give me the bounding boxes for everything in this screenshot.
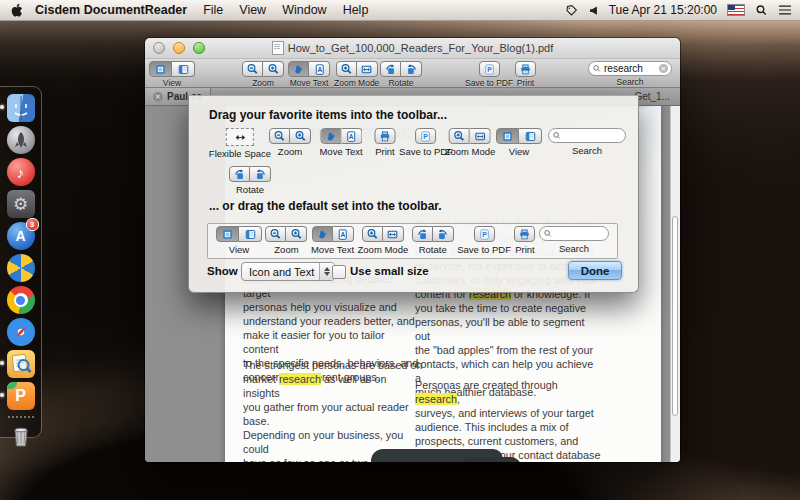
clear-search-icon[interactable]: ✕ [659, 64, 668, 73]
highlight-research: research [415, 393, 457, 405]
menu-help[interactable]: Help [343, 3, 369, 17]
zoom-marquee-button[interactable] [362, 226, 383, 242]
rotate-right-button[interactable] [433, 226, 454, 242]
view-sidebar-button[interactable] [239, 226, 262, 242]
zoom-in-button[interactable] [286, 226, 307, 242]
default-toolbar-set[interactable]: View Zoom Move Text [207, 223, 618, 259]
rotate-left-button[interactable] [412, 226, 433, 242]
dock-item-safari[interactable] [6, 317, 36, 347]
volume-menu-icon[interactable] [588, 5, 599, 16]
menu-clock[interactable]: Tue Apr 21 15:20:00 [609, 3, 717, 17]
palette-zoom[interactable]: Zoom [269, 128, 311, 157]
tab-get[interactable]: Get_1... [634, 88, 670, 105]
palette-move-text[interactable]: Move Text [319, 128, 362, 157]
move-hand-button[interactable] [288, 61, 309, 77]
text-select-button[interactable] [341, 128, 362, 144]
view-page-button[interactable] [149, 61, 172, 77]
notification-center-icon[interactable] [778, 4, 792, 16]
palette-flexible-space[interactable]: Flexible Space [209, 128, 271, 159]
zoom-marquee-button[interactable] [336, 61, 357, 77]
title-bar[interactable]: How_to_Get_100,000_Readers_For_Your_Blog… [145, 38, 680, 59]
dock-item-documentreader[interactable] [6, 349, 36, 379]
default-set-text: ... or drag the default set into the too… [209, 199, 442, 213]
app-store-badge: 3 [26, 218, 39, 231]
zoom-out-button[interactable] [269, 128, 290, 144]
document-window: How_to_Get_100,000_Readers_For_Your_Blog… [145, 38, 680, 462]
default-move-text[interactable]: Move Text [311, 226, 354, 255]
rotate-right-button[interactable] [250, 166, 271, 182]
use-small-size-checkbox[interactable] [332, 265, 346, 279]
search-input[interactable]: research ✕ [588, 61, 672, 76]
input-language-flag-icon[interactable] [727, 4, 745, 16]
apple-menu-icon[interactable] [10, 3, 23, 18]
search-field[interactable] [548, 128, 626, 143]
save-to-pdf-button[interactable] [415, 128, 436, 144]
view-sidebar-button[interactable] [172, 61, 195, 77]
save-to-pdf-button[interactable] [479, 61, 500, 77]
zoom-out-button[interactable] [265, 226, 286, 242]
menu-file[interactable]: File [203, 3, 223, 17]
dock-item-app-store[interactable]: A 3 [6, 221, 36, 251]
zoom-mode-label: Zoom Mode [334, 78, 379, 88]
close-button[interactable] [153, 42, 165, 54]
default-zoom-mode[interactable]: Zoom Mode [358, 226, 409, 255]
fit-width-button[interactable] [383, 226, 404, 242]
default-search[interactable]: Search [539, 226, 609, 254]
spotlight-icon[interactable] [755, 4, 768, 17]
palette-print[interactable]: Print [375, 128, 396, 157]
zoom-in-button[interactable] [263, 61, 284, 77]
dock-item-itunes[interactable]: ♪ [6, 157, 36, 187]
text-select-button[interactable] [333, 226, 354, 242]
zoom-out-button[interactable] [242, 61, 263, 77]
view-page-button[interactable] [496, 128, 519, 144]
dock-item-chrome[interactable] [6, 285, 36, 315]
palette-search[interactable]: Search [548, 128, 626, 156]
move-hand-button[interactable] [312, 226, 333, 242]
dock: ♪ ⚙ A 3 P [0, 86, 42, 438]
view-page-button[interactable] [216, 226, 239, 242]
print-button[interactable] [375, 128, 396, 144]
tag-menu-icon[interactable] [565, 4, 578, 17]
dock-item-trash[interactable] [6, 422, 36, 452]
save-to-pdf-label: Save to PDF [465, 78, 513, 88]
dock-item-cisdem-pdf[interactable]: P [6, 381, 36, 411]
dock-item-finder[interactable] [6, 93, 36, 123]
default-save-to-pdf[interactable]: Save to PDF [457, 226, 511, 255]
palette-rotate[interactable]: Rotate [229, 166, 271, 195]
palette-zoom-mode[interactable]: Zoom Mode [445, 128, 496, 157]
menu-window[interactable]: Window [282, 3, 326, 17]
zoom-marquee-button[interactable] [449, 128, 470, 144]
default-zoom[interactable]: Zoom [265, 226, 307, 255]
print-button[interactable] [515, 61, 536, 77]
search-field[interactable] [539, 226, 609, 241]
default-print[interactable]: Print [514, 226, 535, 255]
close-tab-icon[interactable]: ✕ [153, 92, 163, 102]
zoom-in-button[interactable] [290, 128, 311, 144]
dock-item-cisdem-app[interactable] [6, 253, 36, 283]
minimize-button[interactable] [173, 42, 185, 54]
view-sidebar-button[interactable] [519, 128, 542, 144]
done-button[interactable]: Done [568, 261, 622, 280]
text-select-button[interactable] [309, 61, 330, 77]
palette-view[interactable]: View [496, 128, 542, 157]
save-to-pdf-button[interactable] [474, 226, 495, 242]
fit-width-button[interactable] [470, 128, 491, 144]
print-button[interactable] [514, 226, 535, 242]
rotate-left-button[interactable] [229, 166, 250, 182]
rotate-left-button[interactable] [380, 61, 401, 77]
move-hand-button[interactable] [320, 128, 341, 144]
menu-view[interactable]: View [239, 3, 266, 17]
search-value: research [604, 63, 643, 74]
fit-width-button[interactable] [357, 61, 378, 77]
default-view[interactable]: View [216, 226, 262, 255]
zoom-button[interactable] [193, 42, 205, 54]
scrollbar-thumb[interactable] [672, 216, 678, 416]
show-mode-select[interactable]: Icon and Text [241, 262, 335, 281]
safari-icon [7, 318, 35, 346]
dock-item-launchpad[interactable] [6, 125, 36, 155]
rotate-right-button[interactable] [401, 61, 422, 77]
active-app-menu[interactable]: Cisdem DocumentReader [35, 3, 187, 17]
vertical-scrollbar[interactable] [670, 106, 680, 462]
default-rotate[interactable]: Rotate [412, 226, 454, 255]
dock-item-system-preferences[interactable]: ⚙ [6, 189, 36, 219]
